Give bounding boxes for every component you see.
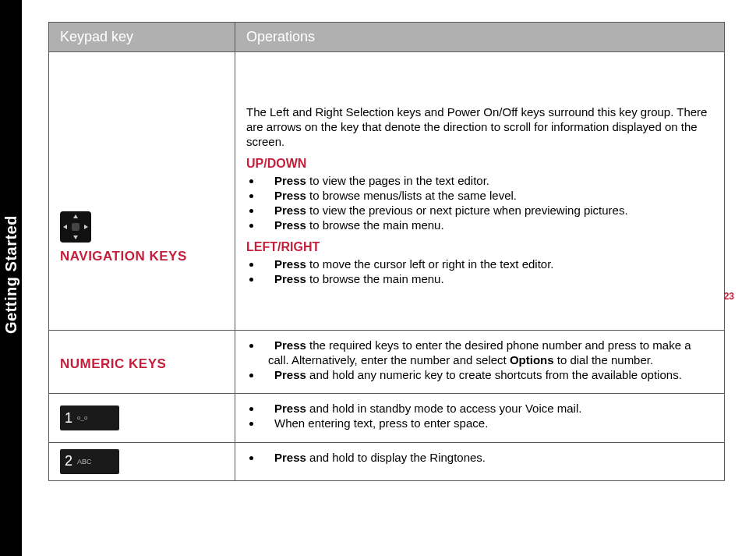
updown-list: Press to view the pages in the text edit… [246,174,713,232]
key1-list: Press and hold in standby mode to access… [246,402,713,431]
keypad-2-icon: 2 ABC [60,449,119,474]
list-item: Press and hold to display the Ringtones. [262,451,713,466]
nav-intro-text: The Left and Right Selection keys and Po… [246,105,713,149]
leftright-list: Press to move the cursor left or right i… [246,257,713,287]
content-area: Keypad key Operations NAVIGATION KEYS Th… [48,22,725,481]
list-item: Press to view the previous or next pictu… [262,204,713,218]
numeric-list: Press the required keys to enter the des… [246,338,713,382]
list-item: Press and hold in standby mode to access… [262,402,713,416]
keypad-1-icon: 1 o_o [60,405,119,430]
list-item: Press to move the cursor left or right i… [262,257,713,272]
list-item: Press to browse menus/lists at the same … [262,189,713,204]
page-number: 23 [724,291,734,302]
table-header-operations: Operations [235,23,725,52]
table-row: 2 ABC Press and hold to display the Ring… [49,442,725,480]
list-item: Press to browse the main menu. [262,218,713,233]
list-item: When entering text, press to enter space… [262,416,713,431]
list-item: Press the required keys to enter the des… [262,338,713,368]
subheader-leftright: LEFT/RIGHT [246,240,713,254]
section-tab-label: Getting Started [0,207,22,343]
row-label-numeric-keys: NUMERIC KEYS [60,356,224,372]
navigation-dpad-icon [60,211,91,243]
key2-list: Press and hold to display the Ringtones. [246,451,713,466]
table-row: 1 o_o Press and hold in standby mode to … [49,394,725,443]
keypad-table: Keypad key Operations NAVIGATION KEYS Th… [48,22,725,481]
table-row: NUMERIC KEYS Press the required keys to … [49,331,725,394]
row-label-navigation-keys: NAVIGATION KEYS [60,249,224,264]
subheader-updown: UP/DOWN [246,157,713,171]
table-row: NAVIGATION KEYS The Left and Right Selec… [49,52,725,331]
list-item: Press and hold any numeric key to create… [262,368,713,383]
table-header-keypad-key: Keypad key [49,23,235,52]
list-item: Press to browse the main menu. [262,272,713,287]
list-item: Press to view the pages in the text edit… [262,174,713,189]
